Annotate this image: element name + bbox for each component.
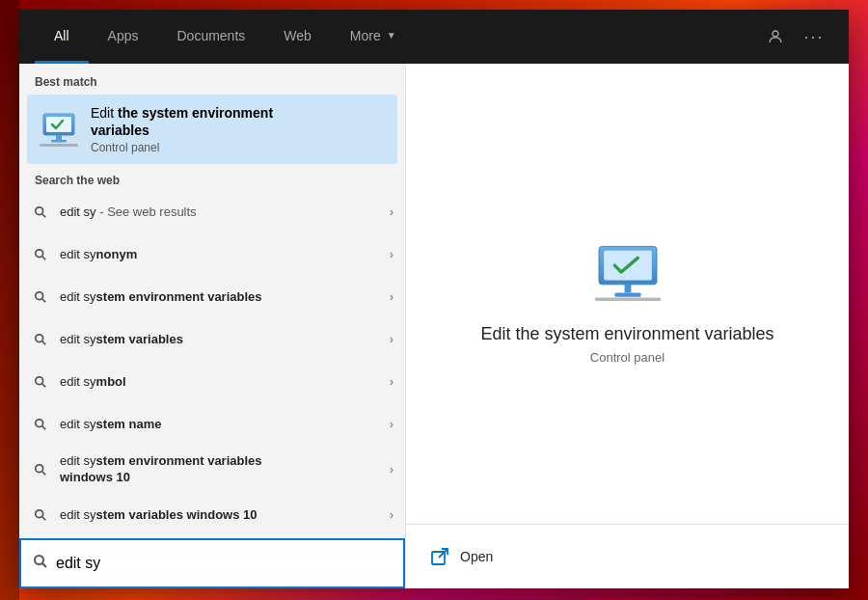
search-row-text-7: edit system environment variableswindows… bbox=[60, 453, 380, 486]
search-loop-icon-4 bbox=[31, 330, 50, 349]
search-result-row-3[interactable]: edit system environment variables › bbox=[19, 276, 405, 318]
open-action-row[interactable]: Open bbox=[425, 538, 829, 575]
search-window: All Apps Documents Web More ▼ ··· B bbox=[19, 10, 849, 588]
chevron-right-icon-1: › bbox=[390, 205, 393, 219]
svg-rect-4 bbox=[56, 135, 62, 140]
search-result-row-8[interactable]: edit system variables windows 10 › bbox=[19, 494, 405, 536]
svg-point-21 bbox=[36, 510, 43, 518]
svg-line-20 bbox=[42, 472, 46, 476]
best-match-item[interactable]: Edit the system environmentvariables Con… bbox=[27, 95, 397, 164]
search-loop-icon-3 bbox=[31, 287, 50, 307]
svg-point-11 bbox=[36, 292, 43, 300]
search-row-text-2: edit synonym bbox=[60, 247, 380, 263]
svg-point-19 bbox=[36, 465, 43, 473]
detail-actions: Open bbox=[406, 525, 849, 588]
open-action-label: Open bbox=[460, 549, 493, 564]
left-edge-strip bbox=[0, 0, 19, 600]
person-icon-button[interactable] bbox=[756, 17, 795, 56]
open-box-icon bbox=[429, 546, 450, 567]
chevron-right-icon-5: › bbox=[390, 375, 393, 389]
chevron-right-icon-8: › bbox=[390, 508, 393, 522]
chevron-right-icon-4: › bbox=[390, 333, 393, 346]
best-match-subtitle: Control panel bbox=[91, 141, 386, 154]
search-result-row-5[interactable]: edit symbol › bbox=[19, 361, 405, 403]
search-result-row-6[interactable]: edit system name › bbox=[19, 403, 405, 446]
svg-point-0 bbox=[773, 31, 778, 37]
tab-all[interactable]: All bbox=[35, 10, 89, 64]
svg-line-8 bbox=[42, 214, 46, 218]
web-search-label: Search the web bbox=[19, 164, 405, 191]
tab-apps[interactable]: Apps bbox=[89, 10, 158, 64]
svg-point-7 bbox=[36, 207, 43, 215]
svg-line-22 bbox=[42, 517, 46, 521]
chevron-right-icon-3: › bbox=[390, 290, 393, 304]
svg-line-10 bbox=[42, 257, 46, 260]
search-loop-icon-6 bbox=[31, 415, 50, 434]
detail-subtitle: Control panel bbox=[590, 350, 665, 365]
tab-documents[interactable]: Documents bbox=[157, 10, 264, 64]
tab-more[interactable]: More ▼ bbox=[331, 10, 416, 64]
main-content: Best match bbox=[19, 64, 849, 588]
detail-top: Edit the system environment variables Co… bbox=[406, 64, 849, 525]
search-result-row-7[interactable]: edit system environment variableswindows… bbox=[19, 446, 405, 494]
svg-rect-29 bbox=[594, 297, 661, 300]
svg-line-12 bbox=[42, 299, 46, 303]
search-row-text-1: edit sy - See web results bbox=[60, 205, 380, 221]
search-loop-icon-2 bbox=[31, 245, 50, 264]
chevron-right-icon-7: › bbox=[390, 463, 393, 477]
svg-point-23 bbox=[35, 556, 43, 564]
search-loop-icon-1 bbox=[31, 203, 50, 222]
nav-bar: All Apps Documents Web More ▼ ··· bbox=[19, 10, 849, 64]
svg-line-16 bbox=[42, 384, 46, 388]
tab-web[interactable]: Web bbox=[264, 10, 331, 64]
svg-line-24 bbox=[42, 563, 46, 567]
best-match-label: Best match bbox=[19, 64, 405, 95]
search-loop-icon-5 bbox=[31, 372, 50, 392]
search-loop-icon-8 bbox=[31, 505, 50, 525]
svg-line-14 bbox=[42, 341, 46, 345]
svg-line-18 bbox=[42, 426, 46, 430]
search-result-row-4[interactable]: edit system variables › bbox=[19, 318, 405, 361]
svg-point-13 bbox=[36, 335, 43, 342]
svg-rect-28 bbox=[614, 292, 640, 296]
best-match-text: Edit the system environmentvariables Con… bbox=[91, 104, 386, 154]
search-row-text-3: edit system environment variables bbox=[60, 289, 380, 306]
svg-rect-5 bbox=[51, 140, 67, 143]
best-match-title: Edit the system environmentvariables bbox=[91, 104, 386, 139]
svg-point-9 bbox=[36, 250, 43, 258]
search-row-text-6: edit system name bbox=[60, 417, 380, 433]
more-options-button[interactable]: ··· bbox=[795, 17, 833, 56]
svg-rect-27 bbox=[624, 284, 631, 292]
search-input[interactable] bbox=[56, 555, 392, 572]
svg-point-17 bbox=[36, 420, 43, 427]
detail-title: Edit the system environment variables bbox=[480, 324, 773, 344]
search-result-row-1[interactable]: edit sy - See web results › bbox=[19, 191, 405, 233]
search-row-text-5: edit symbol bbox=[60, 374, 380, 391]
search-row-text-4: edit system variables bbox=[60, 332, 380, 348]
search-bar[interactable] bbox=[19, 538, 405, 588]
search-bar-icon bbox=[33, 554, 48, 573]
svg-point-15 bbox=[36, 377, 43, 385]
detail-app-icon bbox=[589, 233, 666, 311]
more-arrow-icon: ▼ bbox=[387, 30, 396, 41]
chevron-right-icon-6: › bbox=[390, 418, 393, 431]
best-match-icon bbox=[39, 109, 79, 150]
chevron-right-icon-2: › bbox=[390, 248, 393, 261]
search-loop-icon-7 bbox=[31, 460, 50, 479]
svg-rect-6 bbox=[40, 144, 78, 147]
search-result-row-2[interactable]: edit synonym › bbox=[19, 233, 405, 276]
left-panel: Best match bbox=[19, 64, 405, 588]
svg-line-31 bbox=[439, 549, 448, 558]
search-row-text-8: edit system variables windows 10 bbox=[60, 507, 380, 524]
right-panel: Edit the system environment variables Co… bbox=[405, 64, 849, 588]
